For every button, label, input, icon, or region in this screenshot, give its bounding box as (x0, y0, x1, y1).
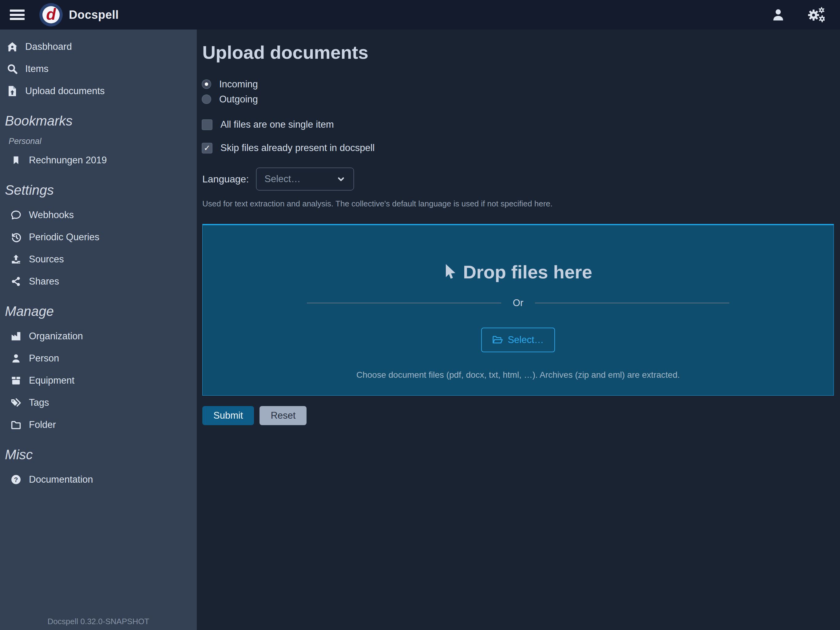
folder-open-icon (492, 335, 503, 345)
sidebar-item-documentation[interactable]: ? Documentation (0, 469, 197, 491)
question-circle-icon: ? (10, 474, 22, 485)
reset-button[interactable]: Reset (259, 406, 306, 425)
sidebar-item-label: Dasbhoard (25, 41, 72, 52)
home-icon (6, 41, 19, 52)
folder-icon (10, 419, 22, 431)
select-files-button[interactable]: Select… (481, 328, 555, 352)
or-divider-label: Or (513, 298, 523, 309)
sidebar-item-webhooks[interactable]: Webhooks (0, 204, 197, 226)
search-icon (6, 63, 19, 74)
sidebar-item-shares[interactable]: Shares (0, 271, 197, 293)
sidebar-item-organization[interactable]: Organization (0, 325, 197, 347)
checkbox-skip-duplicates[interactable]: Skip files already present in docspell (202, 142, 834, 154)
checkbox-single-item-label: All files are one single item (221, 119, 334, 130)
dropzone-hint: Choose document files (pdf, docx, txt, h… (356, 370, 680, 380)
checkbox-skip-duplicates-control[interactable] (202, 143, 212, 153)
checkbox-single-item[interactable]: All files are one single item (202, 119, 834, 130)
or-divider: Or (307, 298, 729, 309)
industry-icon (10, 331, 22, 342)
sidebar-item-equipment[interactable]: Equipment (0, 369, 197, 392)
sidebar-item-person[interactable]: Person (0, 347, 197, 369)
brand[interactable]: d Docspell (39, 3, 119, 27)
sidebar-item-bookmark-rechnungen[interactable]: Rechnungen 2019 (0, 149, 197, 171)
sidebar-item-sources[interactable]: Sources (0, 248, 197, 271)
sidebar-section-settings: Settings (0, 182, 197, 198)
radio-incoming[interactable]: Incoming (202, 77, 834, 92)
main-content: Upload documents Incoming Outgoing All f… (197, 30, 840, 630)
tags-icon (10, 397, 22, 408)
sidebar-item-label: Shares (29, 276, 59, 287)
cogs-icon[interactable] (807, 7, 825, 22)
sidebar-item-label: Rechnungen 2019 (29, 155, 107, 166)
hamburger-icon[interactable] (10, 9, 25, 20)
dropzone-title: Drop files here (463, 261, 592, 283)
top-navbar: d Docspell (0, 0, 840, 30)
checkbox-single-item-control[interactable] (202, 120, 212, 130)
history-icon (10, 232, 22, 243)
sidebar-item-label: Webhooks (29, 209, 74, 220)
file-dropzone[interactable]: Drop files here Or Select… Choose docume… (202, 224, 834, 396)
sidebar-item-upload-documents[interactable]: Upload documents (0, 80, 197, 102)
direction-radio-group: Incoming Outgoing (202, 77, 834, 107)
language-label: Language: (202, 174, 249, 185)
logo-letter: d (46, 6, 56, 22)
sidebar: Dasbhoard Items Upload documents Book (0, 30, 197, 630)
form-actions: Submit Reset (202, 406, 834, 425)
sidebar-section-misc: Misc (0, 447, 197, 462)
sidebar-item-items[interactable]: Items (0, 58, 197, 80)
language-row: Language: Select… (202, 168, 834, 190)
sidebar-item-dashboard[interactable]: Dasbhoard (0, 36, 197, 58)
bookmark-icon (10, 155, 22, 166)
bookmarks-group-label: Personal (0, 136, 197, 146)
page-title: Upload documents (202, 42, 834, 63)
radio-incoming-control[interactable] (202, 80, 211, 88)
radio-incoming-label: Incoming (219, 79, 258, 90)
sidebar-item-label: Person (29, 353, 59, 364)
language-select[interactable]: Select… (256, 168, 354, 190)
sidebar-item-periodic-queries[interactable]: Periodic Queries (0, 226, 197, 248)
share-nodes-icon (10, 276, 22, 287)
sidebar-item-label: Periodic Queries (29, 232, 99, 243)
select-files-button-label: Select… (508, 334, 543, 345)
app-version: Docspell 0.32.0-SNAPSHOT (0, 617, 197, 630)
submit-button[interactable]: Submit (202, 406, 254, 425)
person-icon (10, 353, 22, 364)
upload-tray-icon (10, 254, 22, 265)
mouse-pointer-icon (444, 264, 456, 281)
language-select-value: Select… (264, 174, 300, 185)
sidebar-item-label: Equipment (29, 375, 74, 386)
chevron-down-icon (336, 174, 346, 184)
sidebar-item-label: Sources (29, 254, 64, 265)
box-icon (10, 375, 22, 386)
sidebar-item-tags[interactable]: Tags (0, 392, 197, 414)
sidebar-section-manage: Manage (0, 304, 197, 319)
radio-outgoing[interactable]: Outgoing (202, 92, 834, 107)
sidebar-item-folder[interactable]: Folder (0, 414, 197, 436)
sidebar-section-bookmarks: Bookmarks (0, 113, 197, 128)
sidebar-item-label: Documentation (29, 474, 93, 485)
user-icon[interactable] (771, 8, 785, 22)
sidebar-item-label: Tags (29, 397, 49, 408)
sidebar-item-label: Upload documents (25, 85, 105, 97)
language-help-text: Used for text extraction and analysis. T… (202, 199, 834, 209)
sidebar-item-label: Organization (29, 331, 83, 342)
radio-outgoing-control[interactable] (202, 95, 211, 103)
sidebar-item-label: Folder (29, 419, 56, 431)
comment-icon (10, 209, 22, 220)
docspell-logo-icon: d (39, 3, 63, 27)
brand-title: Docspell (69, 8, 119, 22)
file-upload-icon (6, 85, 19, 97)
dropzone-title-row: Drop files here (444, 261, 592, 283)
radio-outgoing-label: Outgoing (219, 94, 258, 105)
svg-text:?: ? (14, 476, 18, 484)
sidebar-item-label: Items (25, 63, 49, 74)
checkbox-skip-duplicates-label: Skip files already present in docspell (221, 142, 374, 154)
